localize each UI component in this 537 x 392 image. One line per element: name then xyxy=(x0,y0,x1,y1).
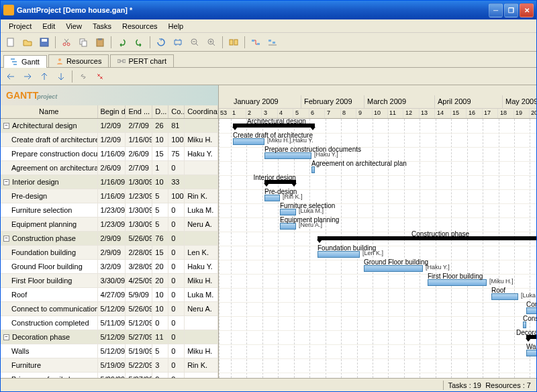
task-row[interactable]: Roof4/27/095/9/09100Luka M. xyxy=(1,288,218,302)
column-header[interactable]: D... xyxy=(152,105,168,118)
task-cell-begin: 3/2/09 xyxy=(98,260,126,273)
task-cell-comp: 0 xyxy=(168,217,185,231)
week-cell: 11 xyxy=(388,109,403,119)
task-cell-comp: 0 xyxy=(168,358,185,372)
move-up-button[interactable] xyxy=(37,69,52,84)
minimize-button[interactable]: ─ xyxy=(489,3,503,17)
fit-button[interactable] xyxy=(170,35,185,50)
baseline-button[interactable] xyxy=(265,35,280,50)
task-row[interactable]: Equipment planning1/23/091/30/0950Neru A… xyxy=(1,217,218,232)
task-cell-begin: 1/23/09 xyxy=(98,217,126,231)
task-row[interactable]: Furniture5/19/095/22/0930Rin K. xyxy=(1,358,218,373)
menu-resources[interactable]: Resources xyxy=(117,21,163,32)
gantt-resource-label: [Luka M.] xyxy=(299,207,324,214)
titlebar[interactable]: GanttProject [Demo house.gan] * ─ ❐ ✕ xyxy=(1,1,536,19)
task-cell-end: 5/19/09 xyxy=(126,344,152,358)
column-header[interactable]: Name xyxy=(1,105,98,118)
gantt-task-bar[interactable] xyxy=(364,265,423,272)
copy-button[interactable] xyxy=(76,35,91,50)
close-button[interactable]: ✕ xyxy=(520,3,534,17)
column-header[interactable]: Begin d... xyxy=(98,105,126,118)
gantt-chart[interactable]: Architectural designCreate draft of arch… xyxy=(219,119,536,378)
gantt-task-bar[interactable] xyxy=(491,293,518,300)
column-header[interactable]: End ... xyxy=(126,105,152,118)
tab-label: PERT chart xyxy=(128,57,166,65)
cut-button[interactable] xyxy=(59,35,74,50)
task-row[interactable]: Bring your family here5/26/095/27/0900 xyxy=(1,373,218,378)
menu-project[interactable]: Project xyxy=(3,21,37,32)
column-header[interactable]: Coordinator xyxy=(185,105,218,118)
collapse-icon[interactable]: − xyxy=(3,179,9,185)
zoom-out-button[interactable] xyxy=(187,35,202,50)
svg-rect-18 xyxy=(11,58,15,60)
outdent-button[interactable] xyxy=(3,69,18,84)
task-row[interactable]: Construction completed5/11/095/12/0900 xyxy=(1,316,218,330)
task-row[interactable]: Create draft of architecture1/2/091/16/0… xyxy=(1,133,218,147)
gantt-task-bar[interactable] xyxy=(311,166,315,173)
logo-area: GANTTproject xyxy=(1,85,218,105)
task-cell-coord: Len K. xyxy=(185,246,218,259)
indent-button[interactable] xyxy=(20,69,35,84)
task-row[interactable]: −Decoration phase5/12/095/27/09110 xyxy=(1,330,218,344)
gantt-task-bar[interactable] xyxy=(264,152,311,159)
task-row[interactable]: −Construction phase2/9/095/26/09760 xyxy=(1,232,218,246)
gantt-task-bar[interactable] xyxy=(526,307,536,314)
link-button[interactable] xyxy=(76,69,91,84)
zoom-in-button[interactable] xyxy=(204,35,219,50)
undo-button[interactable] xyxy=(115,35,130,50)
task-row[interactable]: Connect to communications5/12/095/26/091… xyxy=(1,302,218,316)
task-row[interactable]: Pre-design1/16/091/23/095100Rin K. xyxy=(1,189,218,203)
column-header[interactable]: Co... xyxy=(168,105,185,118)
task-cell-coord xyxy=(185,175,218,189)
tab-gantt[interactable]: Gantt xyxy=(3,55,47,68)
task-list[interactable]: −Architectural design1/2/092/7/092681Cre… xyxy=(1,119,218,378)
task-cell-comp: 0 xyxy=(168,373,185,378)
gantt-resource-label: [Haku Y.] xyxy=(426,264,450,271)
task-cell-dur: 5 xyxy=(152,344,168,358)
collapse-icon[interactable]: − xyxy=(3,334,9,340)
redo-button[interactable] xyxy=(132,35,146,50)
svg-rect-12 xyxy=(230,40,233,45)
task-cell-coord: Miku H. xyxy=(185,274,218,287)
unlink-button[interactable] xyxy=(93,69,107,84)
collapse-icon[interactable]: − xyxy=(3,236,9,242)
maximize-button[interactable]: ❐ xyxy=(504,3,518,17)
tab-resources[interactable]: Resources xyxy=(48,54,109,67)
task-row[interactable]: Agreement on architectural plan2/6/092/7… xyxy=(1,161,218,175)
save-button[interactable] xyxy=(37,35,52,50)
gantt-task-bar[interactable] xyxy=(523,322,526,328)
task-row[interactable]: First Floor building3/30/094/25/09200Mik… xyxy=(1,274,218,288)
open-button[interactable] xyxy=(20,35,35,50)
gantt-task-bar[interactable] xyxy=(233,138,264,145)
timeline-header[interactable]: January 2009February 2009March 2009April… xyxy=(219,85,536,119)
task-row[interactable]: −Interior design1/16/091/30/091033 xyxy=(1,175,218,189)
task-cell-dur: 1 xyxy=(152,161,168,175)
gantt-task-bar[interactable] xyxy=(280,223,296,230)
move-down-button[interactable] xyxy=(54,69,68,84)
week-cell: 18 xyxy=(499,109,514,119)
task-row[interactable]: Ground Floor building3/2/093/28/09200Hak… xyxy=(1,260,218,274)
tab-pert[interactable]: PERT chart xyxy=(110,54,173,67)
collapse-icon[interactable]: − xyxy=(3,123,9,129)
task-row[interactable]: Furniture selection1/23/091/30/0950Luka … xyxy=(1,203,218,217)
gantt-task-bar[interactable] xyxy=(318,251,360,258)
paste-button[interactable] xyxy=(93,35,107,50)
compare-button[interactable] xyxy=(226,35,241,50)
menu-view[interactable]: View xyxy=(60,21,87,32)
task-row[interactable]: −Architectural design1/2/092/7/092681 xyxy=(1,119,218,133)
gantt-task-bar[interactable] xyxy=(280,209,296,215)
critical-path-button[interactable] xyxy=(248,35,263,50)
task-row[interactable]: Prepare construction documents1/16/092/6… xyxy=(1,147,218,161)
week-cell: 13 xyxy=(420,109,435,119)
gantt-task-bar[interactable] xyxy=(526,350,536,356)
task-row[interactable]: Walls5/12/095/19/0950Miku H. xyxy=(1,344,218,358)
new-button[interactable] xyxy=(3,35,18,50)
task-row[interactable]: Foundation building2/9/092/28/09150Len K… xyxy=(1,246,218,260)
svg-rect-6 xyxy=(82,41,87,46)
gantt-task-bar[interactable] xyxy=(428,279,487,286)
menu-tasks[interactable]: Tasks xyxy=(87,21,117,32)
refresh-button[interactable] xyxy=(154,35,168,50)
menu-edit[interactable]: Edit xyxy=(37,21,60,32)
menu-help[interactable]: Help xyxy=(163,21,189,32)
gantt-task-bar[interactable] xyxy=(264,195,280,201)
